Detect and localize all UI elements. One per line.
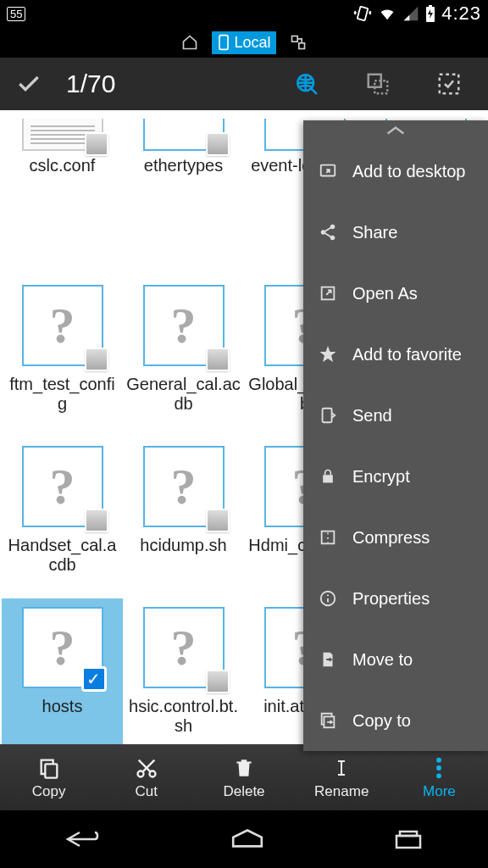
signal-icon xyxy=(402,5,419,22)
file-badge xyxy=(206,670,230,693)
file-item[interactable]: ?hcidump.sh xyxy=(123,437,244,598)
file-thumbnail xyxy=(22,119,103,151)
wifi-icon xyxy=(377,4,397,23)
svg-rect-14 xyxy=(323,409,332,423)
menu-item-lock[interactable]: Encrypt xyxy=(303,446,488,507)
file-name: hcidump.sh xyxy=(140,536,226,555)
cut-icon xyxy=(135,754,158,782)
rename-button[interactable]: Rename xyxy=(293,744,391,810)
file-name: General_cal.acdb xyxy=(126,375,241,414)
menu-item-share[interactable]: Share xyxy=(303,202,488,263)
open-icon xyxy=(317,282,339,304)
file-badge xyxy=(206,509,230,532)
star-icon xyxy=(317,343,339,365)
menu-collapse[interactable] xyxy=(303,120,488,141)
menu-item-copyto[interactable]: Copy to xyxy=(303,690,488,751)
menu-label: Encrypt xyxy=(352,467,410,487)
svg-rect-26 xyxy=(400,832,417,836)
menu-item-desktop[interactable]: Add to desktop xyxy=(303,141,488,202)
action-toolbar: Copy Cut Delete Rename More xyxy=(0,744,488,810)
menu-label: Compress xyxy=(352,528,430,548)
file-thumbnail: ? xyxy=(143,446,225,527)
menu-label: Add to desktop xyxy=(352,162,465,181)
menu-item-open[interactable]: Open As xyxy=(303,263,488,324)
recent-button[interactable] xyxy=(393,828,424,850)
menu-label: Add to favorite xyxy=(352,345,462,364)
menu-item-star[interactable]: Add to favorite xyxy=(303,324,488,385)
svg-rect-19 xyxy=(45,764,57,777)
svg-rect-5 xyxy=(298,43,304,49)
file-thumbnail: ? xyxy=(143,607,225,688)
local-tab[interactable]: Local xyxy=(212,31,275,54)
svg-point-24 xyxy=(436,773,441,778)
home-tab[interactable] xyxy=(176,31,203,53)
android-nav-bar xyxy=(0,810,488,868)
menu-label: Properties xyxy=(352,589,430,609)
menu-label: Send xyxy=(352,406,392,426)
svg-rect-25 xyxy=(396,836,420,848)
svg-point-22 xyxy=(436,758,441,763)
menu-label: Open As xyxy=(352,284,418,303)
copy-button[interactable]: Copy xyxy=(0,744,97,810)
file-item[interactable]: ?ftm_test_config xyxy=(2,276,123,437)
menu-label: Move to xyxy=(352,650,413,670)
context-menu: Add to desktopShareOpen AsAdd to favorit… xyxy=(303,120,488,751)
confirm-button[interactable] xyxy=(15,70,42,97)
file-item[interactable]: ?hsic.control.bt.sh xyxy=(123,598,244,749)
copy-icon xyxy=(37,754,61,782)
vibrate-icon xyxy=(353,4,372,23)
file-item[interactable]: ?Handset_cal.acdb xyxy=(2,437,123,598)
search-web-icon[interactable] xyxy=(283,70,330,97)
selection-header: 1/70 xyxy=(0,58,488,110)
svg-rect-4 xyxy=(291,36,297,42)
menu-item-send[interactable]: Send xyxy=(303,385,488,446)
svg-rect-3 xyxy=(219,36,228,50)
more-button[interactable]: More xyxy=(391,744,488,810)
copyto-icon xyxy=(317,709,339,732)
svg-rect-0 xyxy=(358,7,369,21)
file-name: cslc.conf xyxy=(30,156,96,175)
more-icon xyxy=(435,754,443,782)
file-item[interactable]: ?✓hosts xyxy=(2,598,123,749)
delete-button[interactable]: Delete xyxy=(195,744,292,810)
menu-item-compress[interactable]: Compress xyxy=(303,507,488,568)
back-button[interactable] xyxy=(64,826,102,852)
file-thumbnail: ? xyxy=(143,285,225,366)
menu-item-move[interactable]: Move to xyxy=(303,629,488,690)
clock: 4:23 xyxy=(441,3,481,25)
cut-button[interactable]: Cut xyxy=(97,744,195,810)
select-all-icon[interactable] xyxy=(425,71,473,97)
file-item[interactable]: cslc.conf xyxy=(2,115,123,276)
file-thumbnail: ? xyxy=(22,446,103,527)
menu-item-info[interactable]: Properties xyxy=(303,568,488,629)
file-name: Handset_cal.acdb xyxy=(5,536,119,575)
status-bar: 55 4:23 xyxy=(0,0,488,27)
file-badge xyxy=(85,132,108,156)
battery-level: 55 xyxy=(7,7,25,21)
file-item[interactable]: ?General_cal.acdb xyxy=(123,276,244,437)
share-icon xyxy=(317,221,339,243)
file-item[interactable]: ethertypes xyxy=(123,115,244,276)
send-icon xyxy=(317,404,339,426)
trash-icon xyxy=(233,754,255,782)
file-badge xyxy=(206,132,230,156)
home-button[interactable] xyxy=(230,828,265,850)
file-badge xyxy=(85,348,108,371)
file-name: ftm_test_config xyxy=(5,375,119,414)
compress-icon xyxy=(317,526,339,548)
menu-label: Share xyxy=(352,223,397,242)
local-label: Local xyxy=(234,34,270,52)
svg-rect-8 xyxy=(440,75,459,94)
network-tab[interactable] xyxy=(285,31,312,53)
selected-badge: ✓ xyxy=(81,666,107,692)
svg-point-23 xyxy=(436,765,441,771)
svg-rect-2 xyxy=(429,5,432,8)
desktop-icon xyxy=(317,160,339,182)
file-thumbnail: ? xyxy=(22,285,103,366)
move-icon xyxy=(317,648,339,670)
window-icon[interactable] xyxy=(354,71,402,97)
file-badge xyxy=(85,509,108,532)
location-bar: Local xyxy=(0,27,488,58)
svg-rect-15 xyxy=(323,475,333,482)
file-name: hosts xyxy=(42,697,83,716)
